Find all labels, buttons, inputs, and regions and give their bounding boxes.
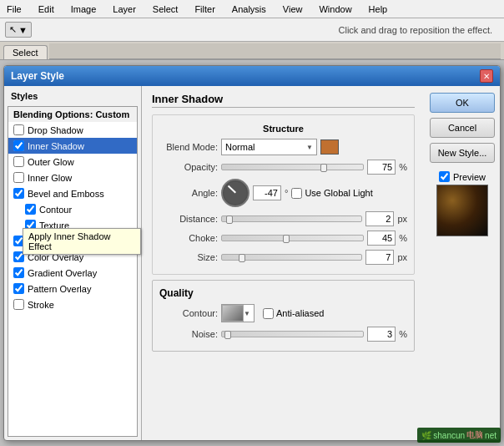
menu-view[interactable]: View (280, 3, 306, 15)
blend-color-swatch[interactable] (320, 139, 339, 155)
size-slider[interactable] (221, 254, 362, 261)
bevel-emboss-checkbox[interactable] (13, 188, 24, 199)
noise-label: Noise: (159, 329, 218, 339)
opacity-slider-container (221, 164, 364, 170)
menu-layer[interactable]: Layer (109, 3, 139, 15)
distance-unit: px (397, 214, 407, 224)
style-blending-options[interactable]: Blending Options: Custom (8, 107, 137, 122)
opacity-slider[interactable] (221, 164, 364, 170)
opacity-thumb[interactable] (320, 164, 327, 172)
drop-shadow-label: Drop Shadow (28, 125, 83, 135)
distance-slider[interactable] (221, 215, 362, 222)
dialog-titlebar: Layer Style ✕ (4, 66, 500, 86)
watermark-leaf-icon: 🌿 (421, 431, 431, 440)
choke-thumb[interactable] (283, 235, 290, 243)
choke-unit: % (399, 233, 407, 243)
style-gradient-overlay[interactable]: Gradient Overlay (8, 265, 137, 281)
angle-unit: ° (285, 188, 288, 198)
toolbar: ↖ ▼ Click and drag to reposition the eff… (0, 18, 504, 42)
use-global-light-checkbox[interactable] (291, 188, 302, 199)
style-outer-glow[interactable]: Outer Glow (8, 154, 137, 170)
move-tool[interactable]: ↖ ▼ (5, 22, 32, 38)
inner-shadow-checkbox[interactable] (13, 140, 24, 151)
choke-slider[interactable] (221, 235, 364, 241)
distance-slider-container (221, 215, 362, 222)
contour-label: Contour (39, 205, 72, 215)
size-row: Size: px (159, 250, 407, 265)
noise-slider[interactable] (221, 331, 364, 337)
dialog-body: Styles Blending Options: Custom Drop Sha… (4, 86, 500, 440)
tab-select[interactable]: Select (3, 45, 48, 59)
stroke-label: Stroke (28, 300, 54, 310)
stroke-checkbox[interactable] (13, 299, 24, 310)
blend-mode-value: Normal (225, 142, 255, 152)
bevel-emboss-label: Bevel and Emboss (28, 189, 104, 199)
blend-mode-dropdown[interactable]: Normal ▼ (221, 139, 317, 155)
opacity-input[interactable] (367, 160, 396, 175)
watermark-text1: shancun (433, 431, 465, 440)
menu-select[interactable]: Select (149, 3, 182, 15)
menu-analysis[interactable]: Analysis (229, 3, 270, 15)
preview-checkbox[interactable] (439, 171, 450, 182)
anti-aliased-checkbox[interactable] (263, 308, 274, 319)
distance-label: Distance: (159, 214, 218, 224)
inner-shadow-panel: Inner Shadow Structure Blend Mode: Norma… (142, 86, 425, 440)
style-inner-shadow[interactable]: Inner Shadow (8, 138, 137, 154)
contour-row: Contour: ▼ Anti-aliased (159, 304, 407, 322)
noise-input[interactable] (367, 327, 396, 342)
outer-glow-checkbox[interactable] (13, 156, 24, 167)
watermark-text2: 电脑 (466, 429, 483, 441)
style-contour[interactable]: Contour (8, 201, 137, 217)
size-unit: px (397, 252, 407, 262)
style-pattern-overlay[interactable]: Pattern Overlay (8, 281, 137, 296)
close-button[interactable]: ✕ (480, 69, 493, 83)
distance-input[interactable] (365, 211, 394, 226)
size-thumb[interactable] (239, 254, 245, 262)
menu-file[interactable]: File (3, 3, 25, 15)
dialog-title: Layer Style (11, 70, 64, 82)
menu-filter[interactable]: Filter (191, 3, 218, 15)
toolbar-status: Click and drag to reposition the effect. (35, 25, 499, 35)
choke-input[interactable] (367, 231, 396, 246)
menu-edit[interactable]: Edit (35, 3, 58, 15)
contour-preview (222, 305, 244, 322)
inner-shadow-label: Inner Shadow (28, 141, 84, 151)
inner-glow-checkbox[interactable] (13, 172, 24, 183)
size-input[interactable] (365, 250, 394, 265)
contour-checkbox[interactable] (25, 204, 36, 215)
new-style-button[interactable]: New Style... (430, 143, 495, 163)
watermark: 🌿 shancun 电脑 net (417, 428, 501, 443)
angle-row: Angle: ° Use Global Light (159, 179, 407, 207)
gradient-overlay-checkbox[interactable] (13, 267, 24, 278)
pattern-overlay-checkbox[interactable] (13, 283, 24, 294)
contour-dropdown[interactable]: ▼ (221, 304, 255, 322)
style-inner-glow[interactable]: Inner Glow (8, 170, 137, 185)
menu-window[interactable]: Window (315, 3, 355, 15)
angle-dial[interactable] (221, 179, 249, 207)
blend-mode-row: Blend Mode: Normal ▼ (159, 139, 407, 155)
ok-button[interactable]: OK (430, 93, 495, 113)
style-drop-shadow[interactable]: Drop Shadow (8, 122, 137, 138)
structure-box: Structure Blend Mode: Normal ▼ (152, 114, 415, 275)
menu-image[interactable]: Image (68, 3, 100, 15)
noise-thumb[interactable] (224, 331, 231, 339)
quality-title: Quality (159, 287, 407, 299)
choke-slider-container (221, 235, 364, 241)
structure-title: Structure (159, 124, 407, 134)
tooltip: Apply Inner Shadow Effect (23, 228, 141, 255)
contour-label: Contour: (159, 308, 218, 318)
dropdown-arrow-icon: ▼ (306, 144, 313, 151)
blending-label: Blending Options: Custom (13, 109, 129, 119)
contour-arrow-icon: ▼ (244, 310, 250, 317)
menu-help[interactable]: Help (365, 3, 391, 15)
noise-row: Noise: % (159, 327, 407, 342)
style-stroke[interactable]: Stroke (8, 296, 137, 312)
cancel-button[interactable]: Cancel (430, 118, 495, 138)
angle-input[interactable] (253, 185, 281, 200)
layer-style-dialog: Layer Style ✕ Styles Blending Options: C… (3, 65, 501, 441)
distance-thumb[interactable] (226, 215, 233, 224)
noise-unit: % (399, 329, 407, 339)
style-bevel-emboss[interactable]: Bevel and Emboss (8, 185, 137, 201)
tab-bar: Select (0, 42, 504, 60)
drop-shadow-checkbox[interactable] (13, 124, 24, 135)
